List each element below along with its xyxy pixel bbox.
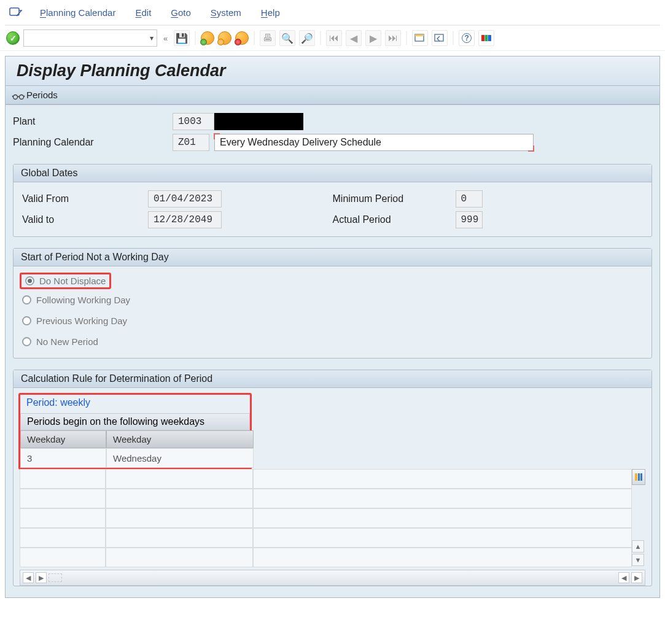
group-nonworking: Start of Period Not a Working Day Do Not…	[13, 248, 652, 359]
radio-previous[interactable]	[22, 316, 31, 325]
print-icon: 🖶	[263, 33, 273, 44]
table-row[interactable]: ...	[20, 528, 632, 548]
menubar: Planning Calendar Edit Goto System Help	[0, 0, 665, 25]
find-icon: 🔍	[281, 33, 294, 44]
page-title: Display Planning Calendar	[5, 56, 660, 86]
row-planning-calendar: Planning Calendar Z01 Every Wednesday De…	[13, 132, 652, 153]
table-row[interactable]: 3 Wednesday	[20, 448, 254, 468]
field-plant-desc-redacted	[214, 113, 303, 130]
group-calc-rule: Calculation Rule for Determination of Pe…	[13, 370, 652, 586]
menu-planning-calendar[interactable]: Planning Calendar	[36, 5, 119, 20]
cell-weekday-name: Wednesday	[106, 448, 254, 468]
content-panel: Plant 1003 Planning Calendar Z01 Every W…	[5, 104, 660, 598]
field-min-period: 0	[456, 190, 483, 208]
radio-no-new[interactable]	[22, 337, 31, 346]
shortcut-button[interactable]	[432, 30, 448, 46]
toolbar-expand-icon[interactable]: «	[161, 34, 170, 43]
group-global-dates: Global Dates Valid From 01/04/2023 Valid…	[13, 164, 652, 237]
svg-rect-5	[485, 35, 488, 41]
col-weekday-name[interactable]: Weekday	[106, 430, 254, 448]
exit-button[interactable]	[218, 31, 231, 45]
table-row[interactable]: ...	[20, 548, 632, 567]
table-config-button[interactable]	[632, 469, 645, 485]
focus-corner-tl-icon	[214, 133, 220, 139]
radio-following[interactable]	[22, 295, 31, 305]
radio-label-previous: Previous Working Day	[36, 316, 127, 326]
menu-label: dit	[141, 7, 151, 18]
radio-row-no-new[interactable]: No New Period	[22, 331, 643, 352]
hscroll-left2-icon[interactable]: ◀	[618, 572, 629, 583]
svg-point-8	[20, 95, 24, 99]
menu-label: ystem	[217, 7, 241, 18]
cancel-button[interactable]	[235, 31, 249, 45]
group-title-nonworking: Start of Period Not a Working Day	[14, 249, 651, 266]
glasses-icon	[12, 91, 23, 99]
periods-begin-header: Periods begin on the following weekdays	[20, 413, 250, 430]
field-planning-calendar-desc-text: Every Wednesday Delivery Schedule	[220, 137, 381, 148]
radio-do-not-displace[interactable]	[25, 276, 34, 285]
label-planning-calendar: Planning Calendar	[13, 137, 173, 148]
radio-row-previous[interactable]: Previous Working Day	[22, 310, 643, 331]
prev-page-icon: ◀	[350, 33, 357, 44]
radio-row-following[interactable]: Following Working Day	[22, 289, 643, 310]
menu-goto[interactable]: Goto	[167, 5, 195, 20]
hscroll-right2-icon[interactable]: ▶	[631, 572, 642, 583]
highlight-period-weekly: Period: weekly Periods begin on the foll…	[18, 393, 252, 470]
svg-rect-11	[640, 473, 642, 481]
field-valid-to: 12/28/2049	[148, 211, 222, 228]
next-page-icon: ▶	[370, 33, 377, 44]
radio-label-no-new: No New Period	[36, 336, 98, 347]
save-button[interactable]: 💾	[174, 30, 190, 46]
next-page-button[interactable]: ▶	[365, 30, 381, 46]
last-page-button[interactable]: ⏭	[385, 30, 401, 46]
scroll-down-icon[interactable]: ▼	[632, 554, 644, 566]
table-row[interactable]: ...	[20, 469, 632, 489]
horizontal-scrollbar[interactable]: ◀ ▶ ◀ ▶	[20, 570, 645, 586]
hscroll-right-icon[interactable]: ▶	[36, 572, 47, 583]
periods-button-label[interactable]: Periods	[26, 90, 58, 100]
prev-page-button[interactable]: ◀	[346, 30, 362, 46]
hscroll-left-icon[interactable]: ◀	[23, 572, 34, 583]
scroll-up-icon[interactable]: ▲	[632, 540, 644, 553]
field-planning-calendar-desc[interactable]: Every Wednesday Delivery Schedule	[214, 134, 534, 151]
calc-table-wrap: ... ... ... ... ... ▲ ▼	[20, 469, 645, 567]
hscroll-handle-icon[interactable]	[49, 573, 62, 582]
command-field[interactable]	[23, 29, 157, 47]
menu-help[interactable]: Help	[257, 5, 284, 20]
back-button[interactable]	[201, 31, 214, 45]
save-icon: 💾	[176, 33, 188, 44]
cell-weekday-num: 3	[20, 448, 106, 468]
focus-corner-br-icon	[528, 145, 534, 152]
period-weekly-label: Period: weekly	[26, 397, 244, 413]
label-min-period: Minimum Period	[333, 193, 456, 204]
last-page-icon: ⏭	[388, 33, 398, 44]
radio-label-following: Following Working Day	[36, 295, 130, 305]
toolbar: ✓ ▾ « 💾 🖶 🔍 🔎 ⏮ ◀ ▶ ⏭ ?	[0, 26, 665, 51]
menu-label: lanning Calendar	[46, 7, 115, 18]
layout-button[interactable]	[478, 30, 494, 46]
enter-button[interactable]: ✓	[6, 31, 20, 45]
first-page-icon: ⏮	[329, 33, 339, 44]
menu-system[interactable]: System	[207, 5, 245, 20]
table-row[interactable]: ...	[20, 508, 632, 528]
print-button[interactable]: 🖶	[260, 30, 276, 46]
label-actual-period: Actual Period	[333, 214, 456, 225]
label-valid-to: Valid to	[22, 214, 148, 225]
menu-label: oto	[178, 7, 191, 18]
label-valid-from: Valid From	[22, 193, 148, 204]
find-button[interactable]: 🔍	[279, 30, 295, 46]
first-page-button[interactable]: ⏮	[326, 30, 342, 46]
sap-logo-icon[interactable]	[8, 4, 24, 20]
svg-rect-9	[635, 473, 637, 481]
vertical-scrollbar[interactable]: ▲ ▼	[632, 486, 645, 567]
field-valid-from: 01/04/2023	[148, 190, 222, 208]
table-row[interactable]: ...	[20, 489, 632, 508]
help-button[interactable]: ?	[459, 30, 475, 46]
new-session-button[interactable]	[412, 30, 428, 46]
label-plant: Plant	[13, 116, 173, 127]
col-weekday-num[interactable]: Weekday	[20, 430, 106, 448]
field-actual-period: 999	[456, 211, 483, 228]
find-next-button[interactable]: 🔎	[299, 30, 315, 46]
menu-edit[interactable]: Edit	[131, 5, 155, 20]
find-next-icon: 🔎	[301, 33, 313, 44]
